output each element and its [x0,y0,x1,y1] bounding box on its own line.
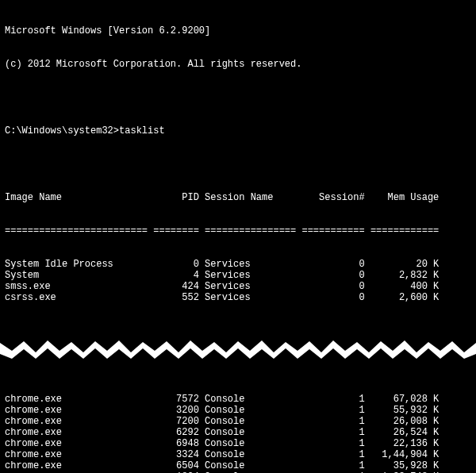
blank-line [5,92,471,103]
tasklist-row: chrome.exe 3324 Console 1 1,44,904 K [5,449,471,460]
tasklist-row: chrome.exe 7572 Console 1 67,028 K [5,394,471,405]
blank-line [5,159,471,170]
prompt: C:\Windows\system32> [5,125,119,137]
tasklist-row: System 4 Services 0 2,832 K [5,270,471,281]
prompt-line-tasklist: C:\Windows\system32>tasklist [5,125,471,137]
banner-line-2: (c) 2012 Microsoft Corporation. All righ… [5,59,471,70]
tasklist-row: chrome.exe 7200 Console 1 26,008 K [5,416,471,427]
banner-line-1: Microsoft Windows [Version 6.2.9200] [5,25,471,37]
tasklist-row: System Idle Process 0 Services 0 20 K [5,259,471,270]
tasklist-row: chrome.exe 6292 Console 1 26,524 K [5,427,471,438]
tasklist-rows-bottom: chrome.exe 7572 Console 1 67,028 Kchrome… [5,394,471,473]
tasklist-rows-top: System Idle Process 0 Services 0 20 KSys… [5,259,471,303]
tasklist-separator: ========================= ======== =====… [5,225,471,236]
tasklist-row: chrome.exe 6504 Console 1 35,928 K [5,460,471,471]
command-tasklist: tasklist [119,125,165,137]
tasklist-row: chrome.exe 3200 Console 1 55,932 K [5,405,471,416]
tasklist-row: csrss.exe 552 Services 0 2,600 K [5,292,471,303]
tear-divider [0,336,476,360]
terminal[interactable]: Microsoft Windows [Version 6.2.9200] (c)… [0,0,476,473]
tasklist-header: Image Name PID Session Name Session# Mem… [5,192,471,203]
tasklist-row: chrome.exe 6948 Console 1 22,136 K [5,438,471,449]
tasklist-row: smss.exe 424 Services 0 400 K [5,281,471,292]
